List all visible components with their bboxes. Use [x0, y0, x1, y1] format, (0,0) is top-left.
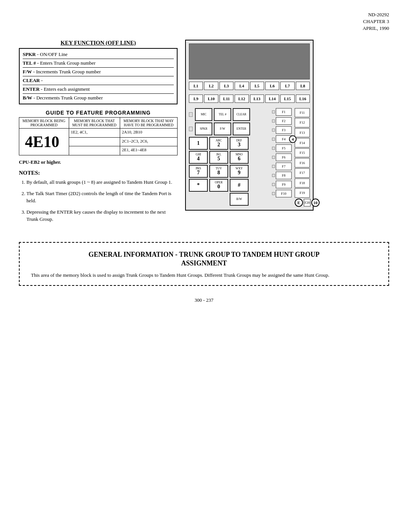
f4-key[interactable]: F4 4: [276, 135, 292, 143]
f13-key[interactable]: F13: [295, 128, 310, 138]
phone-middle: MIC TEL # CLEAR: [189, 108, 310, 207]
f5-led: [272, 147, 275, 150]
general-info-title: GENERAL INFORMATION - TRUNK GROUP TO TAN…: [31, 250, 377, 268]
f2-led: [272, 119, 275, 123]
key-4[interactable]: GHI 4: [189, 151, 208, 164]
guide-col3-val1: 2A10, 2B10: [120, 129, 177, 138]
fw-key[interactable]: F/W: [214, 123, 231, 135]
kf-item-2: TEL # - Enters Trunk Group number: [23, 59, 174, 68]
f2-key[interactable]: F2: [276, 117, 292, 125]
f15-key[interactable]: F15: [295, 148, 310, 158]
f14-key[interactable]: F14: [295, 138, 310, 147]
f1-key[interactable]: F1: [276, 108, 292, 116]
chapter: CHAPTER 3: [19, 18, 389, 25]
note-1: By default, all trunk groups (1 ~ 8) are…: [26, 178, 178, 186]
bw-key[interactable]: B/W: [230, 193, 249, 206]
kf-item-6: B/W - Decrements Trunk Group number: [23, 94, 174, 102]
f1-led: [272, 110, 275, 113]
l-btn-l7[interactable]: L7: [280, 82, 294, 90]
l-buttons-row2: L9 L10 L11 L12 L13 L14 L15 L16: [189, 95, 310, 103]
kf-item-3: F/W - Increments Trunk Group number: [23, 68, 174, 76]
tel-hash-key[interactable]: TEL #: [214, 108, 231, 121]
page-header: ND-20292 CHAPTER 3 APRIL, 1990: [19, 11, 389, 32]
spkr-key[interactable]: SPKR: [195, 123, 212, 135]
mic-key[interactable]: MIC: [195, 108, 212, 121]
key-function-box: SPKR - ON/OFF Line TEL # - Enters Trunk …: [19, 48, 178, 105]
page-number: 300 - 237: [19, 297, 389, 303]
kf-item-1: SPKR - ON/OFF Line: [23, 50, 174, 59]
note-3: Depressing the ENTER key causes the disp…: [26, 208, 178, 223]
key-function-title: KEY FUNCTION (OFF LINE): [19, 40, 178, 46]
right-panel: L1 L2 L3 L4 L5 L6 L7 L8 L9 L10 L11 L12 L…: [185, 40, 389, 227]
f7-led: [272, 165, 275, 168]
right-function-keys: F1 F2 F3 F4 4: [272, 108, 292, 207]
guide-row-number: 4E10: [19, 129, 69, 155]
f17-key[interactable]: F17: [295, 168, 310, 178]
enter-key[interactable]: ENTER: [233, 123, 250, 135]
l-btn-l10[interactable]: L10: [204, 95, 218, 103]
e-badge: E: [295, 199, 303, 207]
l-buttons-row1: L1 L2 L3 L4 L5 L6 L7 L8: [189, 82, 310, 90]
key-6[interactable]: MNO 6: [230, 151, 249, 164]
f10-led: [272, 192, 275, 195]
left-panel: KEY FUNCTION (OFF LINE) SPKR - ON/OFF Li…: [19, 40, 178, 227]
l-btn-l11[interactable]: L11: [219, 95, 233, 103]
f3-key[interactable]: F3: [276, 126, 292, 134]
l-btn-l3[interactable]: L3: [219, 82, 233, 90]
l-btn-l15[interactable]: L15: [280, 95, 294, 103]
f10-key[interactable]: F10: [276, 190, 292, 197]
guide-col1-header: MEMORY BLOCK BEINGPROGRAMMED: [19, 118, 69, 129]
f12-key[interactable]: F12: [295, 118, 310, 127]
notes-title: NOTES:: [19, 170, 178, 176]
note-2: The Talk Start Timer (2D2) controls the …: [26, 190, 178, 205]
l-btn-l13[interactable]: L13: [250, 95, 264, 103]
key-star[interactable]: *: [189, 179, 208, 192]
key-0[interactable]: OPER 0: [209, 179, 228, 192]
l-btn-l8[interactable]: L8: [296, 82, 310, 90]
f11-key[interactable]: F11: [295, 108, 310, 118]
f5-key[interactable]: F5: [276, 144, 292, 152]
f16-key[interactable]: F16: [295, 158, 310, 168]
f3-led: [272, 129, 275, 132]
kf-item-5: ENTER - Enters each assignment: [23, 85, 174, 94]
f8-key[interactable]: F8: [276, 172, 292, 179]
f6-led: [272, 156, 275, 159]
key-7[interactable]: PRS 7: [189, 165, 208, 178]
l-btn-l5[interactable]: L5: [250, 82, 264, 90]
key-1[interactable]: 1: [189, 137, 208, 150]
l-btn-l16[interactable]: L16: [296, 95, 310, 103]
badge-10: 10: [311, 199, 320, 207]
key-9[interactable]: WXY 9: [230, 165, 249, 178]
f19-key[interactable]: F19: [295, 188, 310, 198]
key-2[interactable]: ABC 2: [209, 137, 228, 150]
f6-key[interactable]: F6: [276, 154, 292, 161]
l-btn-l1[interactable]: L1: [189, 82, 203, 90]
phone-device: L1 L2 L3 L4 L5 L6 L7 L8 L9 L10 L11 L12 L…: [185, 40, 314, 211]
guide-col3-val3: 2E1, 4E1~4E8: [120, 146, 177, 155]
f20-key[interactable]: F20: [304, 199, 311, 206]
f9-key[interactable]: F9: [276, 181, 292, 188]
key-5[interactable]: JKL 5: [209, 151, 228, 164]
l-btn-l14[interactable]: L14: [265, 95, 279, 103]
doc-number: ND-20292: [19, 11, 389, 18]
guide-col3-val2: 2C1~2C3, 2C6,: [120, 137, 177, 146]
f18-key[interactable]: F18: [295, 178, 310, 188]
cpu-note: CPU-EB2 or higher.: [19, 159, 178, 165]
guide-table: MEMORY BLOCK BEINGPROGRAMMED MEMORY BLOC…: [19, 117, 178, 155]
l-btn-l9[interactable]: L9: [189, 95, 203, 103]
key-8[interactable]: TUV 8: [209, 165, 228, 178]
key-3[interactable]: DEF 3: [230, 137, 249, 150]
l-btn-l4[interactable]: L4: [235, 82, 249, 90]
phone-keypad-area: MIC TEL # CLEAR: [189, 108, 270, 207]
clear-key[interactable]: CLEAR: [233, 108, 250, 121]
date: APRIL, 1990: [19, 25, 389, 32]
guide-col2-val: 1E2, 4C1,: [69, 129, 120, 138]
l-btn-l12[interactable]: L12: [235, 95, 249, 103]
l-btn-l2[interactable]: L2: [204, 82, 218, 90]
key-hash[interactable]: #: [230, 179, 249, 192]
f7-key[interactable]: F7: [276, 163, 292, 170]
notes-list: By default, all trunk groups (1 ~ 8) are…: [19, 178, 178, 223]
guide-title: GUIDE TO FEATURE PROGRAMMING: [19, 110, 178, 116]
general-info-box: GENERAL INFORMATION - TRUNK GROUP TO TAN…: [19, 242, 389, 286]
l-btn-l6[interactable]: L6: [265, 82, 279, 90]
